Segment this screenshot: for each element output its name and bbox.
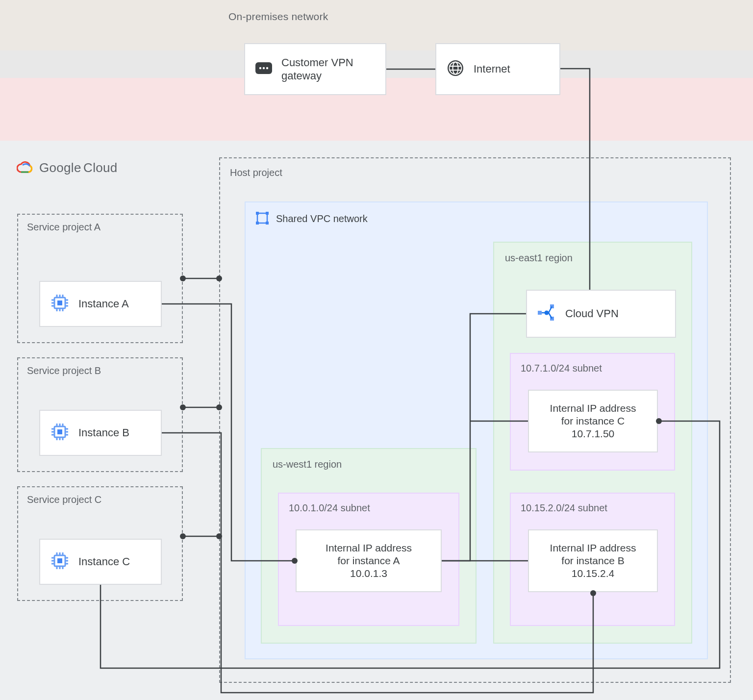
cloud-vpn-label: Cloud VPN bbox=[565, 307, 619, 321]
svg-point-2 bbox=[263, 67, 265, 69]
svg-rect-19 bbox=[57, 429, 62, 434]
ip-instance-a-node: Internal IP address for instance A 10.0.… bbox=[296, 529, 442, 592]
compute-icon bbox=[50, 422, 70, 444]
instance-c-node: Instance C bbox=[39, 539, 162, 585]
svg-rect-9 bbox=[266, 212, 269, 215]
svg-rect-17 bbox=[57, 300, 62, 305]
svg-point-3 bbox=[266, 67, 268, 69]
compute-icon bbox=[50, 551, 70, 573]
google-cloud-logo: Google Cloud bbox=[17, 160, 118, 175]
ip-instance-c-l1: Internal IP address bbox=[550, 402, 636, 415]
vpn-gateway-icon bbox=[255, 62, 273, 76]
service-project-b-title: Service project B bbox=[27, 365, 101, 376]
ip-instance-b-node: Internal IP address for instance B 10.15… bbox=[528, 529, 658, 592]
svg-rect-12 bbox=[538, 311, 542, 315]
cloud-vpn-node: Cloud VPN bbox=[526, 290, 676, 338]
ip-instance-b-l1: Internal IP address bbox=[550, 542, 636, 554]
service-project-c-title: Service project C bbox=[27, 494, 101, 505]
svg-rect-8 bbox=[256, 212, 259, 215]
internet-node: Internet bbox=[435, 43, 560, 95]
subnet-east-2-cidr: 10.15.2.0/24 subnet bbox=[521, 502, 607, 514]
ip-instance-a-l2: for instance A bbox=[337, 554, 400, 567]
ip-instance-c-l3: 10.7.1.50 bbox=[572, 427, 615, 440]
ip-instance-b-l3: 10.15.2.4 bbox=[572, 567, 615, 580]
ip-instance-c-node: Internal IP address for instance C 10.7.… bbox=[528, 390, 658, 452]
svg-rect-11 bbox=[266, 222, 269, 225]
ip-instance-c-l2: for instance C bbox=[561, 415, 625, 427]
ip-instance-a-l3: 10.0.1.3 bbox=[350, 567, 387, 580]
instance-a-label: Instance A bbox=[78, 297, 129, 311]
diagram-root: On-premises network Customer VPN gateway… bbox=[0, 0, 753, 700]
service-project-a-title: Service project A bbox=[27, 222, 100, 233]
compute-icon bbox=[50, 293, 70, 315]
internet-icon bbox=[446, 59, 465, 79]
region-east-label: us-east1 region bbox=[505, 252, 573, 264]
svg-rect-10 bbox=[256, 222, 259, 225]
vpc-icon bbox=[254, 210, 270, 228]
subnet-east-1-cidr: 10.7.1.0/24 subnet bbox=[521, 363, 602, 374]
region-west-label: us-west1 region bbox=[273, 459, 342, 470]
brand-cloud: Cloud bbox=[83, 160, 117, 175]
svg-point-4 bbox=[448, 60, 463, 76]
instance-b-node: Instance B bbox=[39, 410, 162, 456]
instance-a-node: Instance A bbox=[39, 281, 162, 327]
instance-c-label: Instance C bbox=[78, 555, 130, 569]
ip-instance-b-l2: for instance B bbox=[561, 554, 624, 567]
customer-vpn-gateway: Customer VPN gateway bbox=[244, 43, 386, 95]
onprem-title: On-premises network bbox=[228, 11, 328, 23]
customer-vpn-gateway-label: Customer VPN gateway bbox=[281, 56, 376, 83]
google-cloud-icon bbox=[17, 161, 33, 175]
internet-label: Internet bbox=[474, 62, 510, 76]
subnet-west-cidr: 10.0.1.0/24 subnet bbox=[289, 502, 370, 514]
ip-instance-a-l1: Internal IP address bbox=[326, 542, 412, 554]
cloud-vpn-icon bbox=[537, 303, 556, 324]
svg-rect-21 bbox=[57, 558, 62, 563]
brand-google: Google bbox=[39, 160, 81, 175]
svg-point-1 bbox=[259, 67, 261, 69]
host-project-label: Host project bbox=[230, 167, 282, 178]
svg-point-15 bbox=[545, 311, 549, 315]
instance-b-label: Instance B bbox=[78, 426, 129, 440]
shared-vpc-label: Shared VPC network bbox=[276, 213, 368, 225]
